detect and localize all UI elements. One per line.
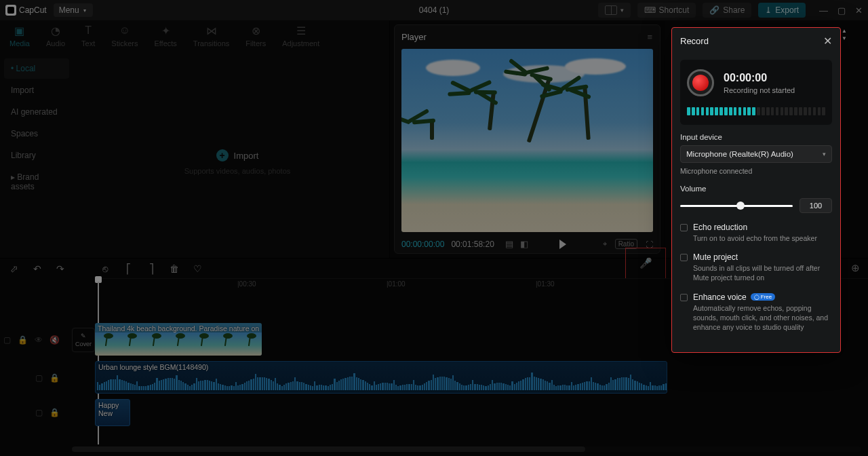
text-track: ▢ 🔒 xyxy=(0,399,868,426)
microphone-icon: 🎤 xyxy=(639,257,652,269)
split-left-icon[interactable]: ⎡ xyxy=(122,263,134,274)
redo-icon[interactable]: ↷ xyxy=(54,263,66,274)
stickers-icon: ☺ xyxy=(118,24,132,37)
volume-value[interactable]: 100 xyxy=(800,198,832,213)
input-device-status: Microphone connected xyxy=(680,167,832,175)
player-title: Player xyxy=(401,32,427,42)
menu-button[interactable]: Menu ▾ xyxy=(54,3,93,17)
grid-view-icon[interactable]: ▤ xyxy=(505,239,513,249)
project-title: 0404 (1) xyxy=(419,5,450,15)
input-device-select[interactable]: Microphone (Realtek(R) Audio) ▾ xyxy=(680,145,832,163)
topbar-right: ▾ ⌨Shortcut 🔗Share ⤓Export — ▢ ✕ xyxy=(598,3,863,18)
shortcut-button[interactable]: ⌨Shortcut xyxy=(637,3,696,18)
tab-effects[interactable]: ✦Effects xyxy=(154,24,176,48)
record-dot-icon xyxy=(692,75,709,91)
volume-label: Volume xyxy=(680,185,832,193)
scrollbar-thumb[interactable] xyxy=(72,446,585,452)
player-controls: 00:00:00:00 00:01:58:20 ▤ ◧ ⌖ Ratio ⛶ xyxy=(401,232,653,249)
tab-audio[interactable]: ◔Audio xyxy=(46,24,65,48)
current-time: 00:00:00:00 xyxy=(401,240,444,249)
playhead[interactable] xyxy=(95,276,102,283)
text-clip[interactable]: Happy New xyxy=(95,399,130,426)
close-window-button[interactable]: ✕ xyxy=(855,5,863,16)
track-mute2-icon[interactable]: 🔇 xyxy=(50,335,60,345)
text-icon: T xyxy=(81,24,95,37)
record-button[interactable] xyxy=(687,69,714,96)
audio-clip[interactable]: Urban lounge style BGM(1148490) xyxy=(95,361,667,394)
split-icon[interactable]: ⎋ xyxy=(99,263,111,274)
export-button[interactable]: ⤓Export xyxy=(758,3,806,18)
title-bar: CapCut Menu ▾ 0404 (1) ▾ ⌨Shortcut 🔗Shar… xyxy=(0,0,868,20)
track-lock-icon[interactable]: 🔒 xyxy=(18,335,28,345)
free-badge: Free xyxy=(751,293,775,301)
compare-icon[interactable]: ◧ xyxy=(520,239,528,249)
sidebar-item-library[interactable]: Library xyxy=(4,145,69,166)
audio-icon: ◔ xyxy=(49,24,62,37)
sidebar-item-brand[interactable]: ▸ Brand assets xyxy=(4,167,69,197)
record-title: Record xyxy=(680,36,709,46)
share-icon: 🔗 xyxy=(709,5,719,15)
track-mute-icon[interactable]: ▢ xyxy=(35,373,43,383)
slider-knob[interactable] xyxy=(736,202,745,210)
minimize-button[interactable]: — xyxy=(819,5,828,16)
volume-slider[interactable] xyxy=(680,205,793,207)
timeline-settings-icon[interactable]: ⊕ xyxy=(851,262,860,274)
window-controls: — ▢ ✕ xyxy=(819,5,863,16)
level-meter xyxy=(687,107,825,115)
cover-button[interactable]: ✎ Cover xyxy=(72,328,95,352)
track-lock-icon[interactable]: 🔒 xyxy=(50,373,60,383)
tab-media[interactable]: ▣Media xyxy=(9,24,30,48)
focus-icon[interactable]: ⌖ xyxy=(603,240,607,248)
share-button[interactable]: 🔗Share xyxy=(703,3,751,18)
marker-icon[interactable]: ♡ xyxy=(191,263,203,274)
layout-button[interactable]: ▾ xyxy=(598,3,631,18)
effects-icon: ✦ xyxy=(159,24,172,37)
video-clip[interactable]: Thailand 4k beach background. Paradise n… xyxy=(95,323,262,356)
sidebar-item-import[interactable]: Import xyxy=(4,80,69,100)
record-audio-button[interactable]: 🎤 xyxy=(625,248,666,279)
close-icon[interactable]: ✕ xyxy=(823,35,832,48)
total-time: 00:01:58:20 xyxy=(451,240,494,249)
input-device-label: Input device xyxy=(680,133,832,141)
tab-stickers[interactable]: ☺Stickers xyxy=(111,24,138,48)
echo-reduction-option[interactable]: Echo reduction Turn on to avoid echo fro… xyxy=(680,223,832,243)
import-dropzone[interactable]: + Import Supports videos, audios, photos xyxy=(170,149,305,175)
tab-adjustment[interactable]: ☰Adjustment xyxy=(282,24,319,48)
record-card: 00:00:00 Recording not started xyxy=(680,60,832,125)
video-preview[interactable] xyxy=(401,49,653,232)
maximize-button[interactable]: ▢ xyxy=(837,5,846,16)
track-mute-icon[interactable]: ▢ xyxy=(3,335,11,345)
player-menu-icon[interactable]: ≡ xyxy=(647,32,653,42)
undo-icon[interactable]: ↶ xyxy=(31,263,43,274)
record-panel: Record ✕ 00:00:00 Recording not started … xyxy=(671,27,841,353)
cursor-tool-icon[interactable]: ⬀ xyxy=(8,263,20,274)
split-right-icon[interactable]: ⎤ xyxy=(145,263,157,274)
filters-icon: ⊗ xyxy=(249,24,262,37)
player-pane: Player ≡ 00:00:00:00 00:01:58:20 ▤ ◧ xyxy=(390,20,665,258)
edit-icon: ✎ xyxy=(81,332,86,339)
adjustment-icon: ☰ xyxy=(294,24,308,37)
checkbox-icon[interactable] xyxy=(680,224,688,231)
tab-filters[interactable]: ⊗Filters xyxy=(245,24,266,48)
player-panel: Player ≡ 00:00:00:00 00:01:58:20 ▤ ◧ xyxy=(394,24,660,254)
track-visible-icon[interactable]: 👁 xyxy=(35,335,43,345)
play-button[interactable] xyxy=(559,240,566,249)
sidebar-item-spaces[interactable]: Spaces xyxy=(4,124,69,144)
transitions-icon: ⋈ xyxy=(205,24,218,37)
sidebar-item-local[interactable]: • Local xyxy=(4,58,69,79)
sidebar-item-ai[interactable]: AI generated xyxy=(4,102,69,122)
tab-transitions[interactable]: ⋈Transitions xyxy=(193,24,229,48)
timeline-scrollbar[interactable] xyxy=(72,446,861,452)
checkbox-icon[interactable] xyxy=(680,294,688,301)
enhance-voice-option[interactable]: Enhance voiceFree Automatically remove e… xyxy=(680,292,832,332)
media-sidebar: • Local Import AI generated Spaces Libra… xyxy=(0,53,73,204)
record-status: Recording not started xyxy=(724,86,795,94)
delete-icon[interactable]: 🗑 xyxy=(168,263,180,274)
app-name: CapCut xyxy=(19,5,47,15)
track-lock-icon[interactable]: 🔒 xyxy=(50,408,60,417)
tab-text[interactable]: TText xyxy=(81,24,95,48)
mute-project-option[interactable]: Mute project Sounds in all clips will be… xyxy=(680,252,832,282)
export-icon: ⤓ xyxy=(765,5,772,15)
checkbox-icon[interactable] xyxy=(680,254,688,261)
track-mute-icon[interactable]: ▢ xyxy=(35,408,43,417)
